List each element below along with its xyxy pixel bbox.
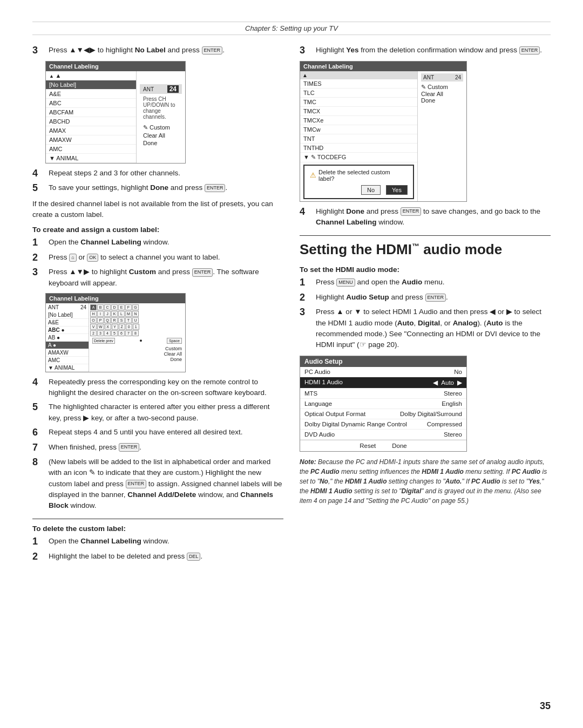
step3-left: 3 Press ▲▼◀▶ to highlight No Label and p… — [32, 45, 283, 57]
list-item: TLC — [300, 89, 417, 98]
kb-right-menu: Custom Clear All Done — [90, 345, 184, 363]
custom-step8-num: 8 — [32, 457, 45, 468]
custom-step6: 6 Repeat steps 4 and 5 until you have en… — [32, 427, 283, 439]
audio-setup-title: Audio Setup — [300, 356, 466, 367]
channel-label-box-1: Channel Labeling ▲ [No Label] A&E ABC AB… — [45, 61, 186, 164]
audio-row-pc: PC Audio No — [300, 367, 466, 377]
custom-step3: 3 Press ▲▼▶ to highlight Custom and pres… — [32, 267, 283, 289]
custom-step6-text: Repeat steps 4 and 5 until you have ente… — [49, 427, 283, 438]
list-item: TNTHD — [300, 144, 417, 153]
custom-label-heading: To create and assign a custom label: — [32, 226, 283, 234]
list-item: ABCHD — [46, 117, 136, 126]
delete-step2: 2 Highlight the label to be deleted and … — [32, 551, 283, 563]
list-item: [No Label] — [46, 311, 89, 319]
delete-step2-text: Highlight the label to be deleted and pr… — [49, 551, 283, 562]
press-note-1: Press CH UP/DOWN to change channels. — [140, 94, 182, 122]
ant-header-1: ANT 24 — [140, 84, 182, 94]
list-item: AMC — [46, 145, 136, 154]
audio-row-dolby: Dolby Digital Dynamic Range Control Comp… — [300, 419, 466, 430]
list-item: ABCFAM — [46, 108, 136, 117]
hdmi-step1-text: Press MENU and open the Audio menu. — [316, 277, 551, 288]
list-item: TMCw — [300, 125, 417, 134]
custom-step2-text: Press ⌂ or OK to select a channel you wa… — [49, 252, 283, 263]
delete-step1: 1 Open the Channel Labeling window. — [32, 536, 283, 548]
channel-label-title-1: Channel Labeling — [46, 62, 185, 71]
list-item: TNT — [300, 134, 417, 144]
channel-box-2-content: ▲ TIMES TLC TMC TMCX TMCXe TMCw TNT TNTH… — [300, 71, 466, 201]
custom-step1: 1 Open the Channel Labeling window. — [32, 237, 283, 249]
channel-list-2: ▲ TIMES TLC TMC TMCX TMCXe TMCw TNT TNTH… — [300, 71, 418, 201]
hdmi-step1: 1 Press MENU and open the Audio menu. — [300, 277, 551, 289]
step4-right-text: Highlight Done and press ENTER to save c… — [316, 206, 551, 228]
list-item: ▼ ANIMAL — [46, 154, 136, 163]
custom-step1-text: Open the Channel Labeling window. — [49, 237, 283, 248]
custom-step3-text: Press ▲▼▶ to highlight Custom and press … — [49, 267, 283, 289]
right-menu-2: ✎ Custom Clear All Done — [421, 84, 463, 104]
step4-right: 4 Highlight Done and press ENTER to save… — [300, 206, 551, 228]
list-item: AB ● — [46, 334, 89, 342]
keyboard-box-header: Channel Labeling — [46, 294, 185, 303]
list-item: TMCXe — [300, 116, 417, 125]
audio-row-hdmi1: HDMI 1 Audio ◀ Auto ▶ — [300, 377, 466, 389]
custom-step2: 2 Press ⌂ or OK to select a channel you … — [32, 252, 283, 264]
step4-text: Repeat steps 2 and 3 for other channels. — [49, 168, 283, 179]
right-menu-1: ✎ Custom Clear All Done — [140, 122, 182, 149]
delete-step1-num: 1 — [32, 536, 45, 548]
step5-left: 5 To save your settings, highlight Done … — [32, 182, 283, 194]
right-column: 3 Highlight Yes from the deletion confir… — [300, 45, 551, 566]
custom-step8-text: (New labels will be added to the list in… — [49, 457, 283, 511]
hdmi-section-title: Setting the HDMI™ audio mode — [300, 241, 551, 258]
keyboard-keys: A B C D E F G H I J K L M — [89, 303, 185, 372]
custom-step1-num: 1 — [32, 237, 45, 249]
step4-left: 4 Repeat steps 2 and 3 for other channel… — [32, 168, 283, 180]
step3-right-text: Highlight Yes from the deletion confirma… — [316, 45, 551, 56]
custom-step8: 8 (New labels will be added to the list … — [32, 457, 283, 511]
audio-row-optical: Optical Output Format Dolby Digital/Surr… — [300, 409, 466, 419]
list-item: [No Label] — [46, 80, 136, 90]
hdmi-step3-text: Press ▲ or ▼ to select HDMI 1 Audio and … — [316, 307, 551, 350]
list-item: A&E — [46, 90, 136, 99]
hdmi-step2-num: 2 — [300, 292, 313, 304]
audio-row-dvd: DVD Audio Stereo — [300, 430, 466, 440]
list-item: TIMES — [300, 79, 417, 89]
kb-row-3: O P Q R S T U — [90, 317, 184, 323]
audio-row-mts: MTS Stereo — [300, 389, 466, 399]
list-item: ABC ● — [46, 326, 89, 334]
list-item: ▼ ANIMAL — [46, 364, 89, 372]
list-item: AMAXW — [46, 349, 89, 357]
list-item: TMCX — [300, 107, 417, 116]
confirm-yes-btn[interactable]: Yes — [386, 185, 408, 195]
custom-step7-text: When finished, press ENTER. — [49, 442, 283, 453]
hdmi-sub-heading: To set the HDMI audio mode: — [300, 266, 551, 274]
custom-step7-num: 7 — [32, 442, 45, 454]
custom-step2-num: 2 — [32, 252, 45, 264]
audio-footer: Reset Done — [300, 440, 466, 451]
hdmi-note: Note: Because the PC and HDMI-1 inputs s… — [300, 457, 551, 506]
kb-row-5: 2 3 4 5 6 7 8 — [90, 330, 184, 336]
step3-right-num: 3 — [300, 45, 313, 57]
list-item: AMC — [46, 357, 89, 364]
delete-label-heading: To delete the custom label: — [32, 525, 283, 533]
custom-step5-text: The highlighted character is entered aft… — [49, 402, 283, 424]
info-text-1: If the desired channel label is not avai… — [32, 199, 283, 221]
custom-step4-text: Repeatedly press the corresponding key o… — [49, 377, 283, 399]
kb-row-1: A B C D E F G — [90, 304, 184, 310]
channel-list-1: ▲ [No Label] A&E ABC ABCFAM ABCHD AMAX A… — [46, 71, 137, 163]
left-column: 3 Press ▲▼◀▶ to highlight No Label and p… — [32, 45, 283, 566]
channel-label-box-2: Channel Labeling ▲ TIMES TLC TMC TMCX TM… — [300, 61, 467, 202]
custom-step6-num: 6 — [32, 427, 45, 439]
custom-step7: 7 When finished, press ENTER. — [32, 442, 283, 454]
confirm-no-btn[interactable]: No — [361, 185, 381, 195]
confirm-dialog: ⚠ Delete the selected custom label? No Y… — [303, 165, 414, 199]
page-number: 35 — [540, 700, 551, 712]
custom-step4: 4 Repeatedly press the corresponding key… — [32, 377, 283, 399]
custom-step5: 5 The highlighted character is entered a… — [32, 402, 283, 424]
list-item: A ● — [46, 342, 89, 349]
hdmi-step3-num: 3 — [300, 307, 313, 318]
step4-num: 4 — [32, 168, 45, 180]
audio-row-language: Language English — [300, 399, 466, 409]
hdmi-step2-text: Highlight Audio Setup and press ENTER. — [316, 292, 551, 303]
list-item: ▲ — [46, 71, 136, 80]
channel-right-panel-2: ANT 24 ✎ Custom Clear All Done — [418, 71, 466, 201]
kb-row-4: V W X Y Z 0 1 — [90, 324, 184, 330]
